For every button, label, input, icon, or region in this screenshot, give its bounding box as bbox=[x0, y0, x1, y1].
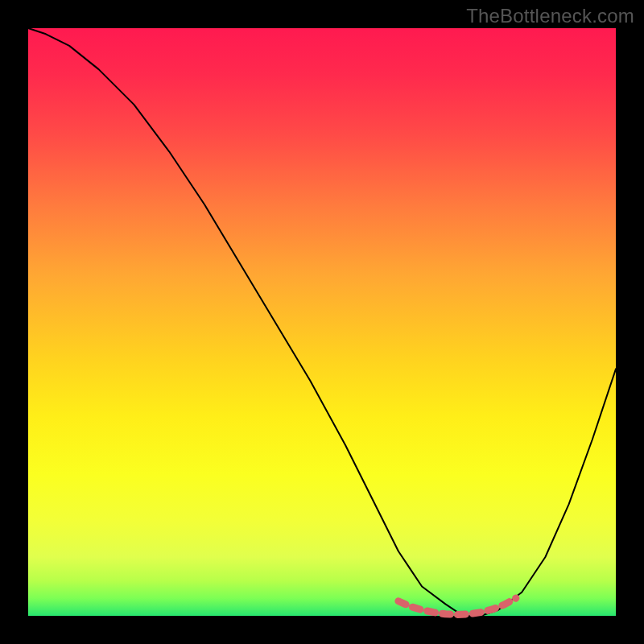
chart-container: TheBottleneck.com bbox=[0, 0, 644, 644]
curve-layer bbox=[28, 28, 616, 616]
bottleneck-curve-path bbox=[28, 28, 616, 616]
optimal-band-path bbox=[398, 598, 516, 614]
plot-area bbox=[28, 28, 616, 616]
watermark-text: TheBottleneck.com bbox=[466, 5, 634, 27]
